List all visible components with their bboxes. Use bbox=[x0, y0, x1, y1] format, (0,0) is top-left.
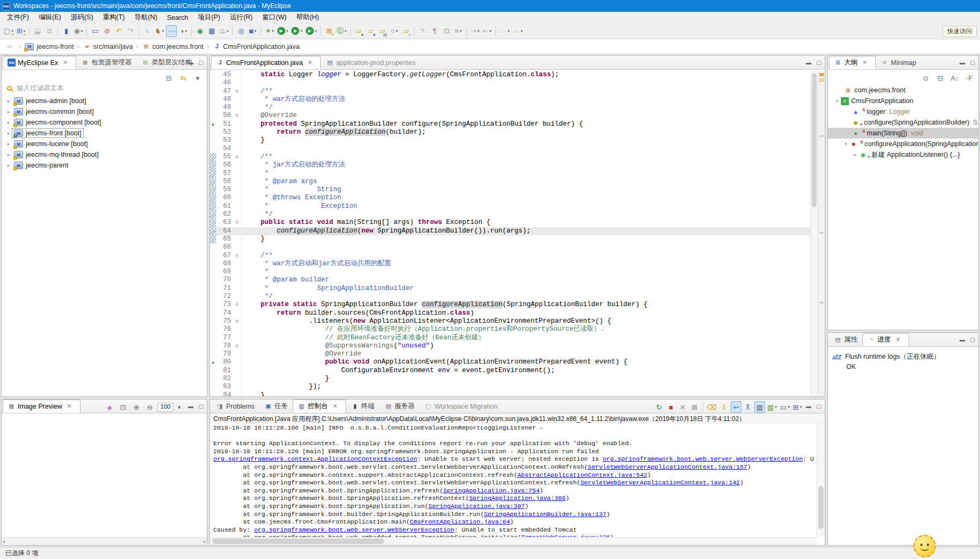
maximize-icon[interactable]: ▢ bbox=[198, 60, 204, 66]
breadcrumb-file[interactable]: JCmsFrontApplication.java bbox=[213, 42, 299, 50]
show-whitespace-button[interactable]: ¶ bbox=[429, 25, 440, 37]
expander-icon[interactable]: ▸ bbox=[5, 152, 12, 157]
close-icon[interactable]: ✕ bbox=[894, 336, 902, 344]
run-button[interactable]: ▶▾ bbox=[276, 25, 290, 37]
stack-trace-link[interactable]: org.springframework.boot.web.server.WebS… bbox=[254, 526, 455, 533]
scrollbar-thumb[interactable] bbox=[818, 486, 824, 529]
breadcrumb-root[interactable]: ▱ bbox=[5, 42, 16, 50]
code-editor[interactable]: 45 static Logger logger = LoggerFactory.… bbox=[210, 71, 810, 396]
menu-item[interactable]: Search bbox=[162, 12, 193, 23]
dropdown-arrow-icon[interactable]: ▾ bbox=[521, 29, 523, 33]
stack-trace-link[interactable]: AbstractApplicationContext.java:542 bbox=[517, 471, 647, 478]
close-icon[interactable]: ✕ bbox=[61, 59, 69, 67]
dropdown-arrow-icon[interactable]: ▾ bbox=[478, 29, 480, 33]
expander-icon[interactable]: ▸ bbox=[5, 98, 12, 104]
dropdown-arrow-icon[interactable]: ▾ bbox=[489, 29, 492, 33]
tab-console[interactable]: ▥控制台✕ bbox=[293, 400, 347, 413]
close-icon[interactable]: ✕ bbox=[331, 402, 339, 410]
stack-trace-link[interactable]: SpringApplication.java:386 bbox=[469, 495, 565, 502]
clear-console-button[interactable]: ⌫ bbox=[706, 401, 718, 413]
outline-method-configure[interactable]: ◆▴configure(SpringApplicationBuilder) : … bbox=[828, 117, 978, 128]
code-line[interactable]: 47⊖ /** bbox=[210, 88, 810, 96]
block-selection-button[interactable]: ⊡ bbox=[441, 25, 452, 37]
code-line[interactable]: 72 */ bbox=[210, 293, 810, 301]
outline-anonymous-listener[interactable]: ▸◉▴新建 ApplicationListener() {...} bbox=[828, 149, 978, 160]
dropdown-arrow-icon[interactable]: ▾ bbox=[286, 29, 289, 33]
code-line[interactable]: 69 * bbox=[210, 268, 810, 276]
code-line[interactable]: 59 * String bbox=[210, 186, 810, 194]
dropdown-arrow-icon[interactable]: ▾ bbox=[508, 29, 510, 33]
stack-trace-link[interactable]: SpringApplicationBuilder.java:137 bbox=[484, 511, 607, 518]
close-icon[interactable]: ✕ bbox=[66, 402, 74, 410]
stack-trace-link[interactable]: CmsFrontApplication.java:64 bbox=[410, 518, 510, 525]
fold-collapse-icon[interactable]: ⊖ bbox=[233, 342, 241, 350]
overview-marker[interactable] bbox=[819, 302, 824, 303]
minimize-icon[interactable]: ▬ bbox=[959, 337, 965, 343]
code-line[interactable]: 77 // 此时BeanFactory还未准备好（Bean还未创建） bbox=[210, 334, 810, 342]
dropdown-arrow-icon[interactable]: ▾ bbox=[775, 405, 777, 409]
code-line[interactable]: 48 * war方式启动的处理方法 bbox=[210, 96, 810, 104]
console-vertical-scrollbar[interactable] bbox=[817, 423, 825, 537]
new-java-project-button[interactable]: ⊞+▾ bbox=[16, 25, 26, 37]
code-line[interactable]: 63⊖ public static void main(String[] arg… bbox=[210, 219, 810, 227]
new-console-view-button[interactable]: ⊞▾ bbox=[792, 401, 803, 413]
flask-button[interactable]: ♨▾ bbox=[218, 25, 229, 37]
horizontal-scrollbar[interactable]: ◂ ▸ bbox=[2, 537, 207, 545]
maximize-icon[interactable]: ▢ bbox=[816, 403, 822, 410]
tab-outline[interactable]: ≣大纲✕ bbox=[829, 56, 876, 69]
filter-row[interactable]: 输入过滤器文本 bbox=[4, 83, 205, 93]
close-icon[interactable]: ✕ bbox=[861, 59, 869, 67]
annotations-prev-button[interactable]: ⇤▾ bbox=[481, 25, 492, 37]
zoom-in-button[interactable]: ⊕ bbox=[131, 401, 142, 413]
feedback-smiley-icon[interactable] bbox=[913, 535, 936, 557]
code-line[interactable]: 68 * war方式启动和jar方式启动共用的配置 bbox=[210, 260, 810, 268]
open-task-button[interactable]: ▱▤ bbox=[377, 25, 388, 37]
tab-application-prod-properties[interactable]: ▤application-prod.properties bbox=[321, 56, 420, 69]
menu-item[interactable]: 编辑(E) bbox=[34, 12, 66, 23]
dropdown-arrow-icon[interactable]: ▾ bbox=[315, 29, 317, 33]
scroll-lock-button[interactable]: ⇩ bbox=[719, 401, 730, 413]
code-line[interactable]: 83 }); bbox=[210, 383, 810, 391]
menu-item[interactable]: 源码(S) bbox=[66, 12, 98, 23]
code-line[interactable]: 55⊖ /** bbox=[210, 153, 810, 161]
menu-item[interactable]: 帮助(H) bbox=[291, 12, 323, 23]
scrollbar-thumb[interactable] bbox=[812, 73, 817, 207]
new-wizard-button[interactable]: ▢+▾ bbox=[3, 25, 15, 37]
fold-collapse-icon[interactable]: ⊖ bbox=[233, 219, 241, 227]
code-line[interactable]: 82 } bbox=[210, 375, 810, 383]
terminate-button[interactable]: ■ bbox=[666, 401, 676, 413]
display-console-button[interactable]: ▭▾ bbox=[779, 401, 791, 413]
dropdown-arrow-icon[interactable]: ▾ bbox=[255, 29, 257, 33]
tab-myeclipse-explorer[interactable]: meMyEclipse Ex✕ bbox=[3, 56, 76, 69]
redo-button[interactable]: ↷ bbox=[125, 25, 136, 37]
stack-trace-link[interactable]: org.springframework.context.ApplicationC… bbox=[213, 455, 417, 462]
word-wrap-console-button[interactable]: ↩ bbox=[731, 401, 741, 413]
expander-icon[interactable]: ▸ bbox=[5, 120, 12, 125]
code-line[interactable]: 66 bbox=[210, 243, 810, 251]
expander-icon[interactable]: ▸ bbox=[852, 152, 859, 157]
debug-button[interactable]: ✶▾ bbox=[264, 25, 275, 37]
maximize-icon[interactable]: ▢ bbox=[198, 403, 204, 410]
stack-trace-link[interactable]: SpringApplication.java:754 bbox=[443, 487, 539, 494]
code-line[interactable]: 50⊖ @Override bbox=[210, 112, 810, 120]
menu-item[interactable]: 文件(F) bbox=[2, 12, 34, 23]
code-line[interactable]: 52 return configureApplication(builder); bbox=[210, 128, 810, 136]
deploy-button[interactable]: ↑ bbox=[142, 25, 153, 37]
code-line[interactable]: 65 } bbox=[210, 235, 810, 243]
code-line[interactable]: 84 } bbox=[210, 391, 810, 396]
console-horizontal-scrollbar[interactable] bbox=[210, 537, 817, 545]
fold-collapse-icon[interactable]: ⊖ bbox=[233, 112, 241, 120]
dropdown-arrow-icon[interactable]: ▾ bbox=[396, 29, 398, 33]
stack-trace-link[interactable]: ServletWebServerApplicationContext.java:… bbox=[588, 463, 747, 470]
code-line[interactable]: 76 // 在应用环境准备好时执行（Application.properties… bbox=[210, 325, 810, 333]
fold-collapse-icon[interactable]: ⊖ bbox=[233, 88, 241, 96]
project-jeecms-admin[interactable]: ▸Mjeecms-admin [boot] bbox=[2, 96, 207, 106]
minimize-icon[interactable]: ▬ bbox=[188, 403, 194, 410]
code-line[interactable]: 58 * @param args bbox=[210, 178, 810, 186]
new-report-button[interactable]: ▮ bbox=[61, 25, 71, 37]
code-line[interactable]: 53 } bbox=[210, 136, 810, 144]
chevron-down-icon[interactable]: ▾ bbox=[175, 403, 183, 411]
show-on-output-button[interactable]: ▥ bbox=[754, 401, 765, 413]
open-type-button[interactable]: ▱● bbox=[354, 25, 364, 37]
code-line[interactable]: ▲51 protected SpringApplicationBuilder c… bbox=[210, 120, 810, 128]
